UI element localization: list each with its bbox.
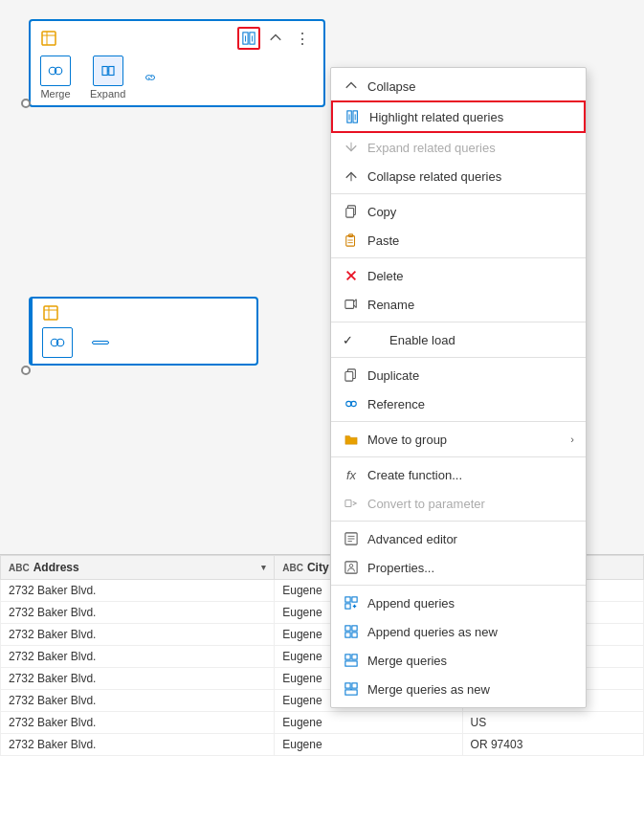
svg-point-37 xyxy=(346,401,351,406)
menu-item-collapse[interactable]: Collapse xyxy=(331,72,586,100)
menu-item-append-queries-new[interactable]: Append queries as new xyxy=(331,617,586,646)
menu-item-properties[interactable]: Properties... xyxy=(331,553,586,582)
menu-item-append-queries[interactable]: Append queries xyxy=(331,589,586,617)
duplicate-icon xyxy=(343,367,360,384)
svg-rect-24 xyxy=(346,209,354,218)
menu-label-advanced-editor: Advanced editor xyxy=(367,532,574,546)
append-new-icon xyxy=(343,623,360,640)
folder-icon xyxy=(343,431,360,448)
cell-address: 2732 Baker Blvd. xyxy=(1,602,275,624)
menu-label-expand-related: Expand related queries xyxy=(367,141,574,155)
merge-table-icon xyxy=(42,304,59,322)
editor-icon xyxy=(343,530,360,547)
table-icon xyxy=(40,30,57,47)
type-icon-address: ABC xyxy=(9,563,30,573)
merge-connector-dot xyxy=(21,366,31,375)
svg-rect-53 xyxy=(352,626,357,631)
menu-label-move-to-group: Move to group xyxy=(367,433,563,447)
menu-separator xyxy=(331,456,586,457)
svg-rect-58 xyxy=(345,661,357,666)
menu-item-duplicate[interactable]: Duplicate xyxy=(331,361,586,389)
svg-rect-57 xyxy=(352,655,357,659)
svg-rect-61 xyxy=(345,690,357,695)
menu-label-highlight-related: Highlight related queries xyxy=(369,110,572,124)
collapse-icon xyxy=(343,78,360,95)
menu-item-move-to-group[interactable]: Move to group› xyxy=(331,425,586,454)
expand-step-icon xyxy=(93,56,123,86)
merge-title-area xyxy=(42,304,65,322)
menu-item-merge-queries-new[interactable]: Merge queries as new xyxy=(331,675,586,703)
svg-rect-55 xyxy=(352,633,357,637)
svg-rect-60 xyxy=(352,683,357,688)
menu-label-duplicate: Duplicate xyxy=(367,368,574,383)
svg-rect-52 xyxy=(345,626,350,631)
menu-label-merge-queries: Merge queries xyxy=(367,654,574,668)
merge-card-step xyxy=(42,327,73,358)
menu-separator xyxy=(331,322,586,322)
copy-icon xyxy=(343,203,360,220)
merge-card-icon xyxy=(42,327,73,358)
svg-rect-48 xyxy=(345,604,350,609)
menu-item-reference[interactable]: Reference xyxy=(331,389,586,418)
collapse-button[interactable] xyxy=(264,27,287,50)
card-title-area xyxy=(40,30,63,47)
menu-item-delete[interactable]: Delete xyxy=(331,261,586,290)
svg-rect-10 xyxy=(108,67,113,76)
svg-point-38 xyxy=(351,401,356,406)
merge-card-header xyxy=(42,304,247,322)
menu-label-create-function: Create function... xyxy=(367,468,574,482)
menu-label-rename: Rename xyxy=(367,298,574,312)
menu-item-collapse-related[interactable]: Collapse related queries xyxy=(331,162,586,190)
step-badge xyxy=(92,341,109,344)
connector-dot xyxy=(21,99,31,108)
table-row: 2732 Baker Blvd.EugeneOR 97403 xyxy=(1,734,644,756)
svg-point-46 xyxy=(349,565,353,568)
check-mark: ✓ xyxy=(343,333,353,347)
reference-icon xyxy=(343,395,360,412)
svg-rect-31 xyxy=(345,300,354,309)
menu-separator xyxy=(331,357,586,358)
more-options-button[interactable]: ⋮ xyxy=(291,27,314,50)
column-header-address[interactable]: ABC Address ▾ xyxy=(1,556,275,580)
merge-card-body xyxy=(42,327,247,358)
menu-label-append-queries: Append queries xyxy=(367,596,574,611)
svg-rect-36 xyxy=(345,372,353,382)
menu-item-rename[interactable]: Rename xyxy=(331,290,586,319)
cell-extra: OR 97403 xyxy=(462,734,643,756)
menu-separator xyxy=(331,193,586,194)
menu-item-enable-load[interactable]: ✓Enable load xyxy=(331,325,586,354)
menu-label-reference: Reference xyxy=(367,397,574,411)
fx-icon: fx xyxy=(343,466,360,483)
cell-address: 2732 Baker Blvd. xyxy=(1,690,275,712)
menu-item-create-function[interactable]: fxCreate function... xyxy=(331,460,586,489)
menu-item-advanced-editor[interactable]: Advanced editor xyxy=(331,524,586,553)
menu-separator xyxy=(331,257,586,258)
menu-separator xyxy=(331,421,586,422)
highlight-queries-button[interactable] xyxy=(237,27,260,50)
merge-q-icon xyxy=(343,652,360,669)
cell-city: Eugene xyxy=(275,734,462,756)
merge-q-new-icon xyxy=(343,680,360,698)
menu-item-paste[interactable]: Paste xyxy=(331,226,586,255)
context-menu: CollapseHighlight related queriesExpand … xyxy=(330,67,587,708)
svg-rect-59 xyxy=(345,683,350,688)
card-link[interactable] xyxy=(144,72,159,83)
cell-address: 2732 Baker Blvd. xyxy=(1,624,275,646)
menu-item-highlight-related[interactable]: Highlight related queries xyxy=(331,100,586,133)
merge-query-card xyxy=(29,297,258,366)
menu-item-copy[interactable]: Copy xyxy=(331,197,586,226)
expand-related-icon xyxy=(343,139,360,156)
check-icon xyxy=(365,331,382,348)
expand-step: Expand xyxy=(90,56,125,100)
menu-label-merge-queries-new: Merge queries as new xyxy=(367,682,574,697)
menu-label-collapse: Collapse xyxy=(367,79,574,94)
menu-label-convert-to-parameter: Convert to parameter xyxy=(367,497,574,511)
svg-rect-49 xyxy=(352,597,357,602)
svg-rect-47 xyxy=(345,597,350,602)
filter-arrow[interactable]: ▾ xyxy=(261,563,266,572)
top-query-card: ⋮ Merge xyxy=(29,19,325,107)
svg-rect-54 xyxy=(345,633,350,637)
menu-item-merge-queries[interactable]: Merge queries xyxy=(331,646,586,675)
menu-label-collapse-related: Collapse related queries xyxy=(367,169,574,184)
menu-label-enable-load: Enable load xyxy=(389,333,574,347)
